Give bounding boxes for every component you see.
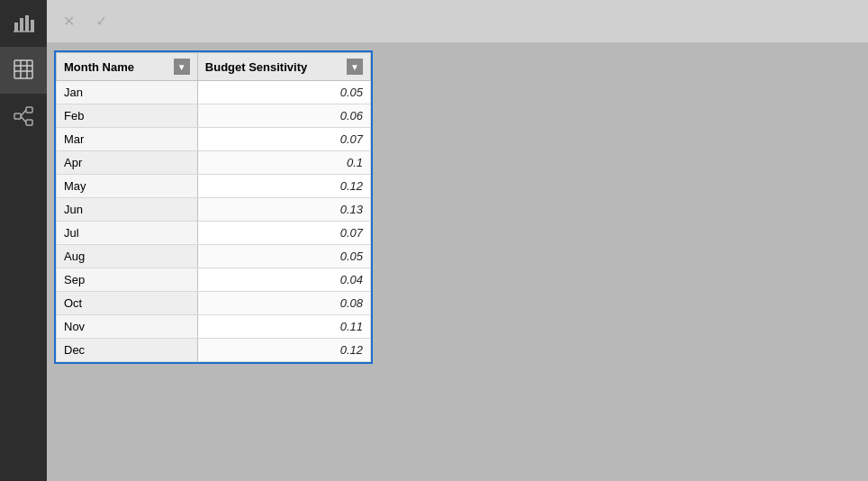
cell-budget-sensitivity: 0.1 xyxy=(197,151,370,175)
col-header-budget: Budget Sensitivity ▼ xyxy=(197,53,370,81)
cell-budget-sensitivity: 0.08 xyxy=(197,292,370,315)
table-row[interactable]: Jun0.13 xyxy=(57,198,371,222)
diagram-icon xyxy=(13,105,34,130)
cell-budget-sensitivity: 0.05 xyxy=(197,81,370,104)
svg-line-13 xyxy=(21,110,26,116)
cell-budget-sensitivity: 0.07 xyxy=(197,128,370,151)
table-row[interactable]: Mar0.07 xyxy=(57,128,371,151)
cell-budget-sensitivity: 0.07 xyxy=(197,222,370,245)
table-row[interactable]: Aug0.05 xyxy=(57,245,371,268)
sidebar-item-diagram[interactable] xyxy=(0,94,47,141)
svg-rect-0 xyxy=(14,23,18,32)
svg-rect-2 xyxy=(25,15,29,32)
sidebar xyxy=(0,0,47,481)
cell-month: Jan xyxy=(57,81,198,104)
cell-budget-sensitivity: 0.12 xyxy=(197,339,370,362)
cell-month: Sep xyxy=(57,268,198,292)
table-row[interactable]: Apr0.1 xyxy=(57,151,371,175)
cell-month: Nov xyxy=(57,315,198,339)
cell-month: May xyxy=(57,175,198,198)
sidebar-item-table[interactable] xyxy=(0,47,47,94)
cell-budget-sensitivity: 0.04 xyxy=(197,268,370,292)
cell-budget-sensitivity: 0.13 xyxy=(197,198,370,222)
col-budget-label: Budget Sensitivity xyxy=(205,60,307,74)
svg-rect-1 xyxy=(20,18,23,32)
table-icon xyxy=(13,59,34,83)
cell-month: Jun xyxy=(57,198,198,222)
svg-rect-3 xyxy=(31,20,34,32)
cell-month: Dec xyxy=(57,339,198,362)
cell-month: Feb xyxy=(57,104,198,128)
cell-month: Jul xyxy=(57,222,198,245)
svg-line-14 xyxy=(21,116,26,123)
data-table: Month Name ▼ Budget Sensitivity ▼ xyxy=(56,52,371,362)
table-row[interactable]: Feb0.06 xyxy=(57,104,371,128)
table-wrapper: Month Name ▼ Budget Sensitivity ▼ xyxy=(54,50,373,364)
cell-budget-sensitivity: 0.05 xyxy=(197,245,370,268)
table-row[interactable]: May0.12 xyxy=(57,175,371,198)
table-row[interactable]: Sep0.04 xyxy=(57,268,371,292)
budget-filter-dropdown[interactable]: ▼ xyxy=(347,59,363,75)
content-area: Month Name ▼ Budget Sensitivity ▼ xyxy=(47,43,868,481)
cell-budget-sensitivity: 0.12 xyxy=(197,175,370,198)
table-row[interactable]: Jan0.05 xyxy=(57,81,371,104)
col-month-label: Month Name xyxy=(64,60,134,74)
table-row[interactable]: Dec0.12 xyxy=(57,339,371,362)
chart-bar-icon xyxy=(13,12,34,36)
svg-rect-10 xyxy=(14,113,21,119)
cell-month: Apr xyxy=(57,151,198,175)
confirm-button[interactable]: ✓ xyxy=(86,7,115,36)
sidebar-item-chart[interactable] xyxy=(0,0,47,47)
table-row[interactable]: Nov0.11 xyxy=(57,315,371,339)
month-filter-dropdown[interactable]: ▼ xyxy=(174,59,190,75)
toolbar: ✕ ✓ xyxy=(47,0,868,43)
table-row[interactable]: Oct0.08 xyxy=(57,292,371,315)
svg-rect-12 xyxy=(26,120,32,125)
main-area: ✕ ✓ Month Name ▼ Budge xyxy=(47,0,868,481)
col-header-month: Month Name ▼ xyxy=(57,53,198,81)
cell-month: Aug xyxy=(57,245,198,268)
cell-budget-sensitivity: 0.11 xyxy=(197,315,370,339)
svg-rect-5 xyxy=(14,60,32,78)
cell-month: Mar xyxy=(57,128,198,151)
cell-month: Oct xyxy=(57,292,198,315)
cancel-button[interactable]: ✕ xyxy=(54,7,83,36)
cell-budget-sensitivity: 0.06 xyxy=(197,104,370,128)
table-row[interactable]: Jul0.07 xyxy=(57,222,371,245)
svg-rect-11 xyxy=(26,107,32,113)
